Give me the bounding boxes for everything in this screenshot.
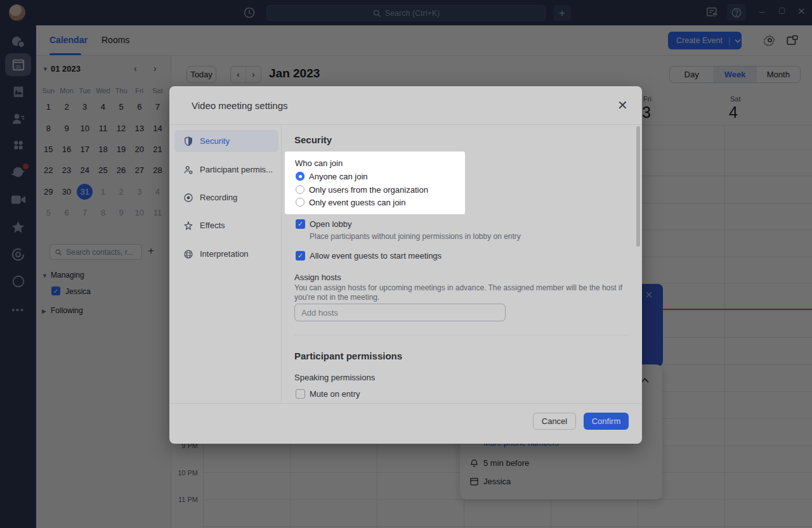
participant-permissions-heading: Participant permissions — [294, 351, 402, 361]
video-meeting-settings-dialog: Video meeting settings ✕ Security Partic… — [169, 86, 642, 444]
open-lobby-checkbox[interactable]: ✓ — [296, 219, 305, 229]
nav-label: Interpretation — [200, 249, 249, 259]
modal-nav-recording[interactable]: Recording — [174, 186, 278, 209]
radio-label[interactable]: Only users from the organization — [309, 185, 428, 195]
mute-on-entry-checkbox[interactable] — [296, 389, 305, 399]
radio-only-event-guests[interactable] — [296, 198, 304, 207]
nav-divider — [281, 125, 282, 403]
nav-label: Effects — [200, 221, 225, 230]
dialog-title: Video meeting settings — [192, 100, 288, 111]
allow-guests-label: Allow event guests to start meetings — [310, 251, 442, 261]
assign-hosts-label: Assign hosts — [294, 273, 341, 282]
open-lobby-desc: Place participants without joining permi… — [310, 232, 521, 241]
nav-label: Participant permis... — [200, 165, 273, 174]
header-divider — [169, 124, 642, 125]
who-can-join-spotlight: Who can join Anyone can join Only users … — [285, 151, 465, 214]
radio-anyone-can-join[interactable] — [296, 172, 304, 181]
security-heading: Security — [294, 134, 332, 145]
radio-label[interactable]: Only event guests can join — [309, 198, 405, 207]
radio-label[interactable]: Anyone can join — [309, 172, 368, 181]
add-hosts-input[interactable] — [294, 304, 506, 321]
who-can-join-label: Who can join — [295, 158, 343, 168]
modal-nav-security[interactable]: Security — [174, 130, 278, 152]
dialog-close-button[interactable]: ✕ — [617, 100, 628, 111]
cancel-button[interactable]: Cancel — [533, 413, 576, 430]
modal-nav-participant-permissions[interactable]: Participant permis... — [174, 158, 278, 181]
assign-hosts-desc: You can assign hosts for upcoming meetin… — [294, 283, 631, 302]
nav-label: Recording — [200, 193, 237, 202]
mute-on-entry-label: Mute on entry — [310, 389, 360, 399]
section-divider — [294, 335, 629, 335]
confirm-button[interactable]: Confirm — [584, 413, 629, 430]
speaking-permissions-label: Speaking permissions — [294, 373, 375, 382]
modal-nav-effects[interactable]: Effects — [174, 214, 278, 236]
app-window: Search (Ctrl+K) + – ▢ ✕ 31 — [0, 0, 812, 528]
allow-guests-checkbox[interactable]: ✓ — [296, 251, 305, 261]
radio-only-org-users[interactable] — [296, 185, 304, 194]
nav-label: Security — [200, 136, 230, 146]
modal-nav-interpretation[interactable]: Interpretation — [174, 243, 278, 265]
open-lobby-label: Open lobby — [310, 219, 352, 229]
modal-scrollbar[interactable] — [636, 126, 640, 247]
